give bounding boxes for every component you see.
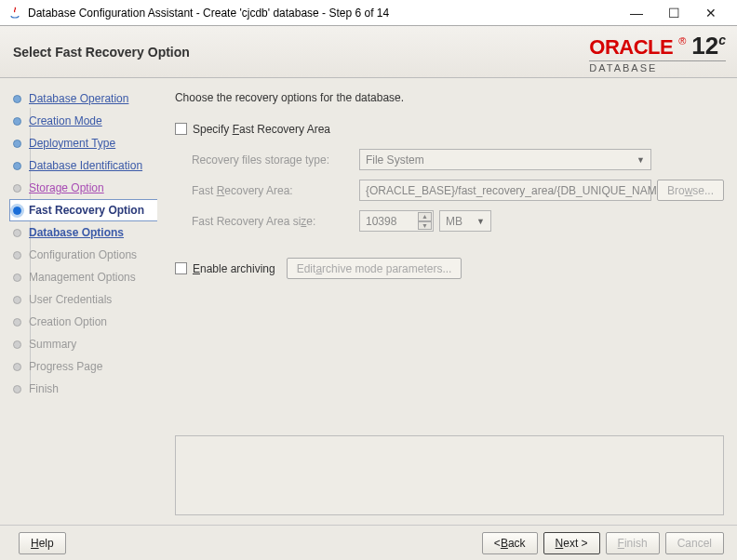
- java-icon: [7, 6, 22, 20]
- next-button[interactable]: Next >: [543, 532, 600, 554]
- specify-fra-checkbox[interactable]: [175, 123, 187, 135]
- sidebar-step-0[interactable]: Database Operation: [13, 87, 160, 110]
- fra-size-label: Fast Recovery Area size:: [192, 215, 359, 228]
- footer: Help < Back Next > Finish Cancel: [0, 525, 737, 560]
- message-area: [175, 435, 724, 515]
- sidebar-step-10: Creation Option: [13, 311, 160, 333]
- chevron-down-icon: ▼: [476, 217, 485, 226]
- step-dot-icon: [13, 207, 21, 215]
- step-label: Fast Recovery Option: [29, 204, 144, 217]
- browse-button: Browse...: [657, 180, 724, 201]
- sidebar-step-12: Progress Page: [13, 355, 160, 378]
- brand-database-text: DATABASE: [589, 60, 726, 73]
- step-label: Creation Option: [29, 315, 107, 328]
- step-dot-icon: [13, 184, 21, 193]
- sidebar-step-8: Management Options: [13, 266, 160, 288]
- sidebar-step-6[interactable]: Database Options: [13, 221, 160, 244]
- intro-text: Choose the recovery options for the data…: [175, 91, 724, 104]
- step-label: Progress Page: [29, 360, 102, 373]
- edit-archive-params-button: Edit archive mode parameters...: [287, 258, 462, 279]
- close-button[interactable]: ✕: [692, 1, 730, 25]
- fra-path-input: {ORACLE_BASE}/fast_recovery_area/{DB_UNI…: [359, 180, 651, 201]
- header: Select Fast Recovery Option ORACLE ® 12c…: [0, 26, 737, 78]
- step-dot-icon: [13, 273, 21, 282]
- fra-size-spinner: 10398 ▲▼: [359, 210, 434, 232]
- enable-archiving-label: Enable archiving: [193, 262, 275, 275]
- step-label: Deployment Type: [29, 137, 115, 150]
- step-dot-icon: [13, 251, 21, 260]
- step-dot-icon: [13, 140, 21, 148]
- step-label: Storage Option: [29, 181, 104, 194]
- brand-version: 12c: [691, 32, 726, 60]
- fra-path-label: Fast Recovery Area:: [192, 184, 359, 197]
- sidebar-step-4[interactable]: Storage Option: [13, 177, 160, 199]
- storage-type-value: File System: [366, 153, 424, 167]
- step-label: Creation Mode: [29, 114, 102, 127]
- step-label: Management Options: [29, 271, 136, 284]
- sidebar-step-3[interactable]: Database Identification: [13, 154, 160, 177]
- sidebar-step-11: Summary: [13, 333, 160, 355]
- step-dot-icon: [13, 363, 21, 371]
- step-label: Database Options: [29, 226, 124, 239]
- step-label: Summary: [29, 338, 76, 351]
- maximize-button[interactable]: ☐: [655, 1, 692, 25]
- sidebar-step-9: User Credentials: [13, 288, 160, 311]
- brand-logo: ORACLE ® 12c DATABASE: [589, 32, 726, 73]
- step-dot-icon: [13, 296, 21, 304]
- specify-fra-label: Specify Fast Recovery Area: [193, 123, 330, 136]
- step-dot-icon: [13, 385, 21, 393]
- spinner-up-icon: ▲: [418, 212, 432, 221]
- fra-size-unit-select: MB▼: [439, 210, 491, 232]
- sidebar-step-1[interactable]: Creation Mode: [13, 110, 160, 132]
- step-dot-icon: [13, 117, 21, 126]
- storage-type-label: Recovery files storage type:: [192, 153, 359, 167]
- finish-button: Finish: [606, 532, 660, 554]
- step-dot-icon: [13, 162, 21, 170]
- step-label: Database Operation: [29, 92, 128, 105]
- cancel-button: Cancel: [665, 532, 724, 554]
- sidebar-step-5: Fast Recovery Option: [9, 199, 157, 221]
- step-dot-icon: [13, 95, 21, 103]
- step-label: Configuration Options: [29, 248, 137, 261]
- chevron-down-icon: ▼: [636, 155, 645, 165]
- titlebar: Database Configuration Assistant - Creat…: [0, 0, 737, 26]
- page-title: Select Fast Recovery Option: [13, 45, 190, 60]
- main-panel: Choose the recovery options for the data…: [160, 78, 737, 525]
- help-button[interactable]: Help: [19, 532, 66, 554]
- brand-registered-icon: ®: [678, 35, 686, 47]
- step-label: Finish: [29, 382, 59, 395]
- window-title: Database Configuration Assistant - Creat…: [28, 7, 618, 20]
- minimize-button[interactable]: —: [618, 1, 655, 25]
- sidebar-step-7: Configuration Options: [13, 244, 160, 266]
- sidebar-step-2[interactable]: Deployment Type: [13, 132, 160, 154]
- enable-archiving-checkbox[interactable]: [175, 262, 187, 274]
- brand-oracle-text: ORACLE: [589, 35, 673, 60]
- spinner-down-icon: ▼: [418, 221, 432, 231]
- step-dot-icon: [13, 318, 21, 327]
- wizard-sidebar: Database OperationCreation ModeDeploymen…: [0, 78, 160, 525]
- step-dot-icon: [13, 340, 21, 349]
- step-dot-icon: [13, 229, 21, 237]
- step-label: User Credentials: [29, 293, 112, 306]
- storage-type-select: File System ▼: [359, 149, 651, 170]
- back-button[interactable]: < Back: [482, 532, 538, 554]
- step-label: Database Identification: [29, 159, 142, 172]
- sidebar-step-13: Finish: [13, 378, 160, 400]
